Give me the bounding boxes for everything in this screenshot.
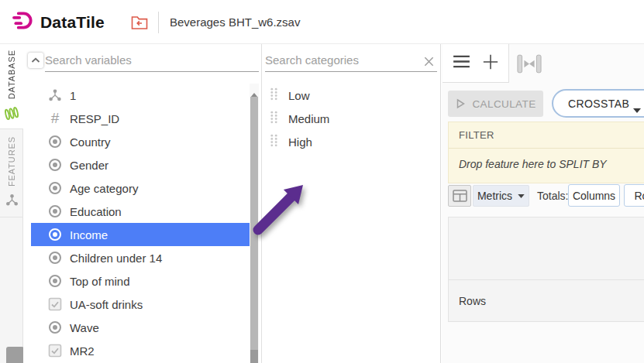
rows-area-label: Rows <box>459 295 486 307</box>
features-network-icon <box>5 193 19 210</box>
checkbox-checked-icon <box>48 297 62 311</box>
calculate-button[interactable]: CALCULATE <box>448 91 543 117</box>
totals-rows-button[interactable]: Rows <box>624 184 644 207</box>
variable-item[interactable]: Wave <box>31 316 250 339</box>
variable-label: Country <box>70 135 111 149</box>
datatile-app-window: DataTile Beverages BHT_w6.zsav DATABASE <box>0 0 644 363</box>
variable-label: Income <box>70 228 108 241</box>
radio-icon <box>48 320 62 334</box>
rail-tab-database-label: DATABASE <box>7 50 16 99</box>
filter-label: FILTER <box>459 129 494 141</box>
category-label: Low <box>288 89 310 102</box>
columns-dropzone[interactable] <box>448 217 644 280</box>
drag-handle-icon[interactable] <box>270 87 278 104</box>
top-bar: DataTile Beverages BHT_w6.zsav <box>0 0 644 44</box>
variable-item-selected[interactable]: Income <box>31 223 250 246</box>
menu-icon[interactable] <box>453 55 470 71</box>
variable-label: Gender <box>70 159 108 172</box>
variable-item[interactable]: UA-soft drinks <box>31 293 250 316</box>
radio-icon <box>48 251 62 265</box>
workspace-tabbar <box>443 44 509 83</box>
variable-label: 1 <box>70 89 76 102</box>
categories-panel: Low Medium High <box>262 44 441 363</box>
hash-icon: # <box>48 111 62 125</box>
variable-label: UA-soft drinks <box>70 298 143 311</box>
splitby-dropzone-hint: Drop feature here to SPLIT BY <box>459 158 607 170</box>
play-icon <box>455 98 466 109</box>
category-label: Medium <box>288 112 329 125</box>
crosstab-label: CROSSTAB <box>568 98 629 110</box>
add-tab-icon[interactable] <box>482 53 499 74</box>
variable-label: Top of mind <box>70 275 130 288</box>
workspace-panel: CALCULATE CROSSTAB FILTER Drop feature h… <box>442 44 644 363</box>
variables-panel: 1 # RESP_ID Country Gender Age category … <box>23 44 262 363</box>
rail-tab-features-label: FEATURES <box>7 136 16 187</box>
category-label: High <box>288 135 312 149</box>
filter-divider <box>449 148 644 149</box>
radio-icon <box>48 228 62 241</box>
totals-columns-button[interactable]: Columns <box>568 184 620 207</box>
rail-tab-database[interactable]: DATABASE <box>0 44 23 129</box>
metrics-label: Metrics <box>477 190 512 202</box>
chevron-down-icon <box>518 194 525 198</box>
logo-text: DataTile <box>40 13 105 32</box>
variable-item[interactable]: Education <box>31 200 250 223</box>
calculate-label: CALCULATE <box>472 98 536 110</box>
scrollbar-bottom[interactable] <box>250 350 258 363</box>
chevron-up-icon[interactable] <box>28 53 43 68</box>
search-variables-input[interactable] <box>45 49 259 72</box>
radio-icon <box>48 135 62 149</box>
variable-item[interactable]: # RESP_ID <box>31 107 250 130</box>
variable-label: Wave <box>70 321 99 334</box>
variable-label: MR2 <box>70 344 95 358</box>
variable-label: Age category <box>70 182 138 195</box>
category-item[interactable]: Medium <box>265 107 436 130</box>
variable-item[interactable]: Gender <box>31 153 250 176</box>
variable-item[interactable]: Age category <box>31 176 250 200</box>
mirror-panels-icon[interactable] <box>517 54 542 77</box>
variable-label: Education <box>70 205 122 218</box>
left-rail: DATABASE FEATURES <box>0 44 23 363</box>
network-icon <box>48 88 62 102</box>
datatile-logo[interactable]: DataTile <box>12 11 105 33</box>
radio-icon <box>48 181 62 195</box>
radio-icon <box>48 274 62 288</box>
category-item[interactable]: High <box>265 130 436 153</box>
rail-tab-features[interactable]: FEATURES <box>0 129 23 217</box>
variable-label: Children under 14 <box>70 252 162 265</box>
datatile-logo-icon <box>12 11 35 33</box>
radio-icon <box>48 158 62 172</box>
scrollbar-thumb[interactable] <box>250 97 258 350</box>
chevron-down-icon <box>633 103 641 115</box>
radio-icon <box>48 204 62 218</box>
crosstab-dropdown[interactable]: CROSSTAB <box>552 89 644 118</box>
table-layout-icon[interactable] <box>448 185 471 207</box>
drag-handle-icon[interactable] <box>270 134 278 150</box>
topbar-divider <box>158 12 159 33</box>
variables-scrollbar[interactable] <box>250 84 259 363</box>
variable-item[interactable]: Country <box>31 130 250 153</box>
variable-item[interactable]: Children under 14 <box>31 246 250 269</box>
category-item[interactable]: Low <box>265 84 436 107</box>
search-categories-input[interactable] <box>265 49 437 72</box>
open-project-folder-icon[interactable] <box>130 14 149 31</box>
metrics-dropdown[interactable]: Metrics <box>473 185 529 207</box>
dataset-filename: Beverages BHT_w6.zsav <box>170 0 300 44</box>
variable-item[interactable]: MR2 <box>31 339 250 362</box>
drag-handle-icon[interactable] <box>270 111 278 127</box>
rail-partial-element <box>6 347 24 363</box>
totals-label: Totals: <box>537 185 568 207</box>
filter-dropzone[interactable]: FILTER Drop feature here to SPLIT BY <box>448 122 644 183</box>
close-icon[interactable] <box>422 54 436 68</box>
variable-label: RESP_ID <box>70 112 119 125</box>
variable-item[interactable]: Top of mind <box>31 269 250 293</box>
database-icon <box>2 105 21 125</box>
checkbox-checked-icon <box>48 344 62 358</box>
rows-dropzone[interactable]: Rows <box>448 279 644 322</box>
variable-item[interactable]: 1 <box>31 84 250 107</box>
